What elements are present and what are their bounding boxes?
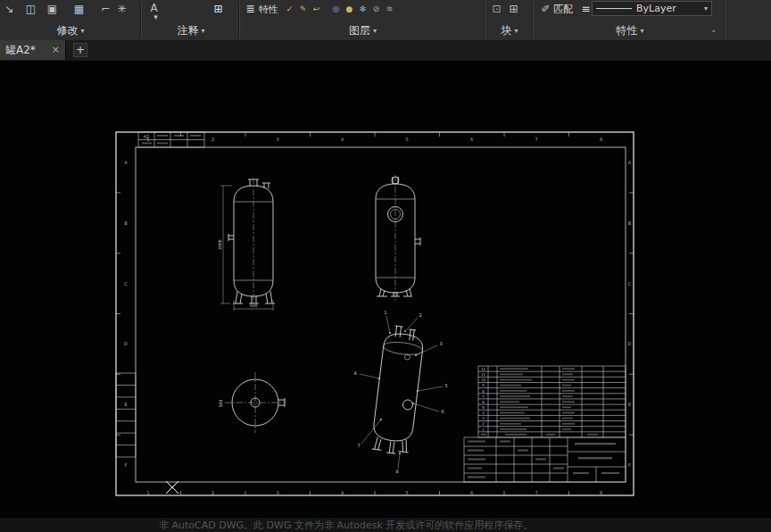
layer-properties-button[interactable]: 特性: [259, 4, 278, 16]
file-tab-active[interactable]: 罐A2* ×: [0, 40, 66, 60]
insert-block-icon[interactable]: ⊡: [489, 2, 504, 17]
linetype-dropdown[interactable]: ByLayer ▾: [592, 1, 712, 16]
svg-text:12: 12: [481, 367, 486, 371]
file-tab-title: 罐A2*: [5, 43, 48, 58]
table-icon[interactable]: ⊞: [211, 2, 226, 17]
svg-text:4: 4: [482, 411, 485, 415]
layer-set-current-icon[interactable]: ✓: [284, 4, 295, 15]
bottom-view: 500: [219, 372, 286, 433]
crosshair-cursor: [166, 481, 178, 494]
svg-text:F: F: [125, 462, 128, 468]
sheet-frame: A2: [116, 132, 634, 495]
left-margin-blocks: [116, 373, 136, 457]
mirror-icon[interactable]: ◫: [23, 2, 38, 17]
layer-lock-icon[interactable]: ⊘: [370, 4, 382, 15]
svg-text:D: D: [628, 341, 632, 346]
layer-merge-icon[interactable]: ≋: [384, 4, 395, 15]
bom-table: 12 11 10 9 8 7 6 5 4 3 2 1: [478, 366, 626, 437]
svg-text:4: 4: [341, 137, 344, 142]
svg-text:5: 5: [444, 383, 447, 388]
svg-text:A: A: [628, 160, 632, 165]
panel-label-layers[interactable]: 图层 ▾: [241, 23, 485, 37]
svg-text:1: 1: [147, 137, 150, 142]
svg-text:B: B: [124, 220, 128, 226]
svg-text:7: 7: [482, 395, 485, 399]
panel-dialog-launcher-icon[interactable]: ⌄: [710, 25, 717, 34]
zone-ticks: [116, 132, 634, 495]
panel-separator: [239, 3, 240, 37]
ribbon: ↘ ◫ ▣ ▦ ⌐ ✳ 修改 ▾ A ▾ ⊞ 注释 ▾ ≣ 特性: [0, 0, 771, 41]
panel-separator: [725, 3, 725, 37]
svg-text:5: 5: [406, 490, 409, 495]
svg-text:6: 6: [482, 400, 485, 404]
match-properties-icon[interactable]: ✐: [538, 2, 553, 17]
ribbon-panel-annotate: A ▾ ⊞ 注释 ▾: [143, 0, 239, 40]
panel-label-modify[interactable]: 修改 ▾: [0, 23, 141, 37]
svg-text:6: 6: [441, 409, 444, 414]
file-tab-bar: 罐A2* × +: [0, 40, 771, 62]
panel-separator: [533, 3, 534, 37]
bottom-view-diameter: 500: [219, 400, 223, 408]
svg-text:2: 2: [211, 137, 214, 142]
array-icon[interactable]: ▦: [71, 2, 87, 17]
panel-label-text: 特性: [616, 23, 637, 38]
svg-text:6: 6: [470, 490, 473, 495]
svg-text:E: E: [628, 402, 631, 407]
svg-text:2: 2: [211, 490, 214, 495]
isometric-view-legs: [371, 436, 410, 455]
svg-text:B: B: [628, 220, 632, 226]
svg-text:2: 2: [482, 421, 485, 426]
layer-properties-icon[interactable]: ≣: [243, 2, 258, 17]
svg-text:2: 2: [419, 312, 421, 318]
explode-icon[interactable]: ✳: [114, 2, 129, 17]
chevron-down-icon: ▾: [640, 27, 643, 35]
create-block-icon[interactable]: ⊞: [506, 2, 521, 17]
layer-previous-icon[interactable]: ↩: [311, 4, 322, 15]
close-icon[interactable]: ×: [52, 45, 60, 55]
svg-text:10: 10: [481, 378, 486, 382]
svg-text:C: C: [124, 281, 128, 287]
svg-text:3: 3: [277, 490, 279, 495]
chevron-down-icon: ▾: [373, 27, 377, 35]
svg-text:5: 5: [482, 405, 485, 410]
panel-label-properties[interactable]: 特性 ▾: [535, 23, 725, 37]
panel-label-annotate[interactable]: 注释 ▾: [143, 23, 239, 37]
svg-text:500: 500: [250, 303, 258, 308]
chevron-down-icon[interactable]: ▾: [150, 12, 162, 23]
layer-isolate-icon[interactable]: ◎: [330, 4, 342, 15]
linetype-value: ByLayer: [636, 3, 700, 14]
svg-text:11: 11: [481, 372, 486, 377]
side-view: [376, 175, 420, 302]
copy-icon[interactable]: ▣: [45, 2, 60, 17]
panel-separator: [485, 3, 485, 37]
svg-text:E: E: [124, 402, 127, 407]
svg-text:1: 1: [384, 310, 386, 315]
svg-text:1: 1: [482, 428, 485, 432]
drawing-sheet: A2: [0, 61, 771, 518]
svg-text:7: 7: [357, 443, 360, 448]
ribbon-panel-layers: ≣ 特性 ✓ ✎ ↩ ◎ ● ✻ ⊘ ≋ 图层 ▾: [241, 0, 485, 40]
callout-leaders: 1 2 3 4 5 6 7 8: [353, 310, 447, 474]
match-properties-button[interactable]: 匹配: [553, 4, 573, 16]
svg-text:3: 3: [439, 341, 442, 346]
bom-text-bars: [481, 368, 598, 435]
drawing-canvas[interactable]: A2: [0, 61, 771, 518]
chevron-down-icon: ▾: [514, 27, 518, 35]
stretch-icon[interactable]: ↘: [2, 2, 17, 17]
svg-text:A: A: [124, 160, 128, 165]
svg-text:8: 8: [395, 469, 398, 474]
svg-text:6: 6: [470, 137, 473, 142]
chevron-down-icon: ▾: [704, 4, 708, 12]
svg-text:4: 4: [341, 490, 344, 495]
chevron-down-icon: ▾: [201, 27, 204, 35]
panel-label-block[interactable]: 块 ▾: [486, 23, 533, 37]
layer-freeze-icon[interactable]: ✻: [357, 4, 369, 15]
trusteddwg-warning-text: 非 AutoCAD DWG。此 DWG 文件为非 Autodesk 开发或许可的…: [159, 519, 533, 532]
new-tab-button[interactable]: +: [73, 43, 87, 57]
fillet-icon[interactable]: ⌐: [98, 2, 113, 17]
svg-text:3: 3: [482, 416, 485, 420]
trusteddwg-warning-bar: 非 AutoCAD DWG。此 DWG 文件为非 Autodesk 开发或许可的…: [0, 518, 771, 532]
layer-off-icon[interactable]: ●: [344, 4, 355, 15]
svg-text:1: 1: [147, 490, 150, 495]
layer-match-icon[interactable]: ✎: [297, 4, 309, 15]
